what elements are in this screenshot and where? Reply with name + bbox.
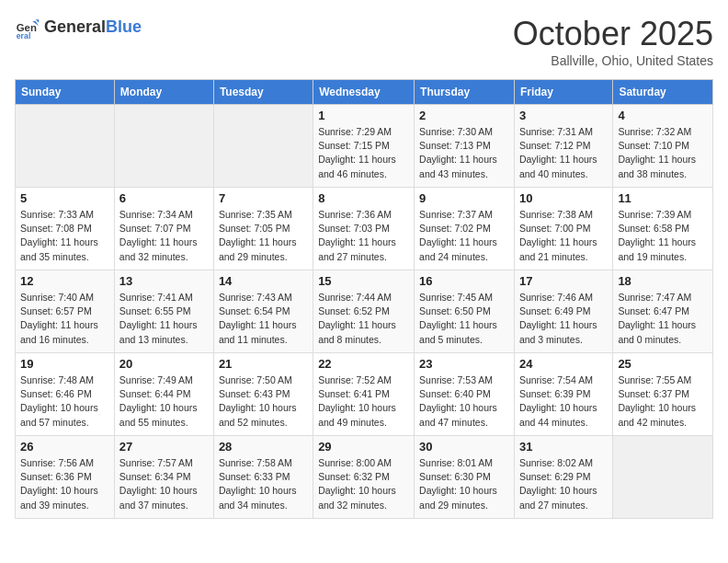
- day-info: Sunrise: 7:36 AMSunset: 7:03 PMDaylight:…: [318, 208, 409, 264]
- calendar-cell: 15Sunrise: 7:44 AMSunset: 6:52 PMDayligh…: [313, 270, 415, 353]
- calendar-cell: 22Sunrise: 7:52 AMSunset: 6:41 PMDayligh…: [313, 353, 415, 436]
- calendar-cell: 1Sunrise: 7:29 AMSunset: 7:15 PMDaylight…: [313, 105, 415, 188]
- weekday-header-monday: Monday: [114, 80, 213, 105]
- day-number: 8: [318, 191, 409, 205]
- day-info: Sunrise: 7:48 AMSunset: 6:46 PMDaylight:…: [20, 373, 109, 430]
- weekday-header-tuesday: Tuesday: [213, 80, 313, 105]
- calendar-week-row: 26Sunrise: 7:56 AMSunset: 6:36 PMDayligh…: [16, 436, 713, 519]
- weekday-header-friday: Friday: [514, 80, 612, 105]
- calendar-cell: 3Sunrise: 7:31 AMSunset: 7:12 PMDaylight…: [514, 105, 612, 188]
- day-number: 22: [318, 357, 409, 371]
- day-info: Sunrise: 7:33 AMSunset: 7:08 PMDaylight:…: [20, 208, 109, 264]
- calendar-cell: 26Sunrise: 7:56 AMSunset: 6:36 PMDayligh…: [16, 436, 115, 519]
- calendar-week-row: 12Sunrise: 7:40 AMSunset: 6:57 PMDayligh…: [16, 270, 713, 353]
- day-info: Sunrise: 7:56 AMSunset: 6:36 PMDaylight:…: [20, 456, 109, 512]
- day-number: 30: [419, 440, 509, 454]
- calendar-cell: [613, 436, 713, 519]
- day-number: 7: [219, 191, 308, 205]
- day-number: 10: [519, 191, 608, 205]
- calendar-cell: 10Sunrise: 7:38 AMSunset: 7:00 PMDayligh…: [514, 188, 612, 270]
- calendar-cell: 27Sunrise: 7:57 AMSunset: 6:34 PMDayligh…: [114, 436, 213, 519]
- day-number: 1: [318, 109, 409, 122]
- calendar-cell: 5Sunrise: 7:33 AMSunset: 7:08 PMDaylight…: [16, 188, 115, 270]
- day-info: Sunrise: 7:45 AMSunset: 6:50 PMDaylight:…: [419, 291, 509, 347]
- day-info: Sunrise: 7:46 AMSunset: 6:49 PMDaylight:…: [519, 291, 608, 347]
- day-number: 12: [20, 274, 109, 288]
- weekday-header-wednesday: Wednesday: [313, 80, 415, 105]
- day-info: Sunrise: 7:39 AMSunset: 6:58 PMDaylight:…: [618, 208, 708, 264]
- calendar-cell: 8Sunrise: 7:36 AMSunset: 7:03 PMDaylight…: [313, 188, 415, 270]
- day-info: Sunrise: 7:52 AMSunset: 6:41 PMDaylight:…: [318, 373, 409, 430]
- day-number: 19: [20, 357, 109, 371]
- calendar-cell: 20Sunrise: 7:49 AMSunset: 6:44 PMDayligh…: [114, 353, 213, 436]
- day-info: Sunrise: 7:31 AMSunset: 7:12 PMDaylight:…: [519, 125, 608, 181]
- calendar-week-row: 19Sunrise: 7:48 AMSunset: 6:46 PMDayligh…: [16, 353, 713, 436]
- calendar-cell: [114, 105, 213, 188]
- day-info: Sunrise: 7:41 AMSunset: 6:55 PMDaylight:…: [119, 291, 209, 347]
- weekday-header-sunday: Sunday: [16, 80, 115, 105]
- calendar-cell: 12Sunrise: 7:40 AMSunset: 6:57 PMDayligh…: [16, 270, 115, 353]
- day-info: Sunrise: 7:57 AMSunset: 6:34 PMDaylight:…: [119, 456, 209, 512]
- calendar-cell: 14Sunrise: 7:43 AMSunset: 6:54 PMDayligh…: [213, 270, 313, 353]
- day-info: Sunrise: 7:32 AMSunset: 7:10 PMDaylight:…: [618, 125, 708, 181]
- calendar-cell: 31Sunrise: 8:02 AMSunset: 6:29 PMDayligh…: [514, 436, 612, 519]
- calendar-week-row: 5Sunrise: 7:33 AMSunset: 7:08 PMDaylight…: [16, 188, 713, 270]
- day-info: Sunrise: 7:55 AMSunset: 6:37 PMDaylight:…: [618, 373, 708, 430]
- title-block: October 2025 Ballville, Ohio, United Sta…: [513, 15, 713, 68]
- calendar-cell: 17Sunrise: 7:46 AMSunset: 6:49 PMDayligh…: [514, 270, 612, 353]
- calendar-cell: 25Sunrise: 7:55 AMSunset: 6:37 PMDayligh…: [613, 353, 713, 436]
- month-title: October 2025: [513, 15, 713, 53]
- calendar-week-row: 1Sunrise: 7:29 AMSunset: 7:15 PMDaylight…: [16, 105, 713, 188]
- calendar-cell: 2Sunrise: 7:30 AMSunset: 7:13 PMDaylight…: [415, 105, 515, 188]
- day-number: 20: [119, 357, 209, 371]
- day-number: 11: [618, 191, 708, 205]
- day-info: Sunrise: 7:50 AMSunset: 6:43 PMDaylight:…: [219, 373, 308, 430]
- location: Ballville, Ohio, United States: [513, 53, 713, 68]
- calendar-cell: 29Sunrise: 8:00 AMSunset: 6:32 PMDayligh…: [313, 436, 415, 519]
- day-number: 15: [318, 274, 409, 288]
- day-number: 17: [519, 274, 608, 288]
- day-number: 27: [119, 440, 209, 454]
- day-number: 18: [618, 274, 708, 288]
- calendar-cell: 24Sunrise: 7:54 AMSunset: 6:39 PMDayligh…: [514, 353, 612, 436]
- day-info: Sunrise: 7:58 AMSunset: 6:33 PMDaylight:…: [219, 456, 308, 512]
- day-number: 28: [219, 440, 308, 454]
- calendar-cell: 16Sunrise: 7:45 AMSunset: 6:50 PMDayligh…: [415, 270, 515, 353]
- day-info: Sunrise: 7:49 AMSunset: 6:44 PMDaylight:…: [119, 373, 209, 430]
- day-number: 4: [618, 109, 708, 122]
- svg-text:eral: eral: [17, 31, 31, 40]
- calendar-cell: 9Sunrise: 7:37 AMSunset: 7:02 PMDaylight…: [415, 188, 515, 270]
- calendar-table: SundayMondayTuesdayWednesdayThursdayFrid…: [15, 79, 713, 519]
- day-info: Sunrise: 7:30 AMSunset: 7:13 PMDaylight:…: [419, 125, 509, 181]
- logo: Gen eral GeneralBlue: [15, 15, 142, 40]
- logo-blue-text: Blue: [106, 17, 142, 36]
- day-number: 3: [519, 109, 608, 122]
- day-info: Sunrise: 7:44 AMSunset: 6:52 PMDaylight:…: [318, 291, 409, 347]
- weekday-header-saturday: Saturday: [613, 80, 713, 105]
- calendar-cell: [16, 105, 115, 188]
- day-number: 6: [119, 191, 209, 205]
- day-number: 5: [20, 191, 109, 205]
- day-number: 29: [318, 440, 409, 454]
- day-number: 2: [419, 109, 509, 122]
- calendar-cell: [213, 105, 313, 188]
- calendar-cell: 4Sunrise: 7:32 AMSunset: 7:10 PMDaylight…: [613, 105, 713, 188]
- day-info: Sunrise: 7:34 AMSunset: 7:07 PMDaylight:…: [119, 208, 209, 264]
- day-info: Sunrise: 7:37 AMSunset: 7:02 PMDaylight:…: [419, 208, 509, 264]
- weekday-header-thursday: Thursday: [415, 80, 515, 105]
- calendar-cell: 28Sunrise: 7:58 AMSunset: 6:33 PMDayligh…: [213, 436, 313, 519]
- logo-icon: Gen eral: [15, 15, 40, 40]
- day-number: 14: [219, 274, 308, 288]
- day-info: Sunrise: 7:43 AMSunset: 6:54 PMDaylight:…: [219, 291, 308, 347]
- day-number: 31: [519, 440, 608, 454]
- day-number: 24: [519, 357, 608, 371]
- day-info: Sunrise: 7:40 AMSunset: 6:57 PMDaylight:…: [20, 291, 109, 347]
- calendar-cell: 11Sunrise: 7:39 AMSunset: 6:58 PMDayligh…: [613, 188, 713, 270]
- day-info: Sunrise: 8:02 AMSunset: 6:29 PMDaylight:…: [519, 456, 608, 512]
- calendar-cell: 7Sunrise: 7:35 AMSunset: 7:05 PMDaylight…: [213, 188, 313, 270]
- day-info: Sunrise: 8:01 AMSunset: 6:30 PMDaylight:…: [419, 456, 509, 512]
- day-info: Sunrise: 7:35 AMSunset: 7:05 PMDaylight:…: [219, 208, 308, 264]
- calendar-cell: 13Sunrise: 7:41 AMSunset: 6:55 PMDayligh…: [114, 270, 213, 353]
- logo-general-text: General: [44, 17, 106, 36]
- day-number: 25: [618, 357, 708, 371]
